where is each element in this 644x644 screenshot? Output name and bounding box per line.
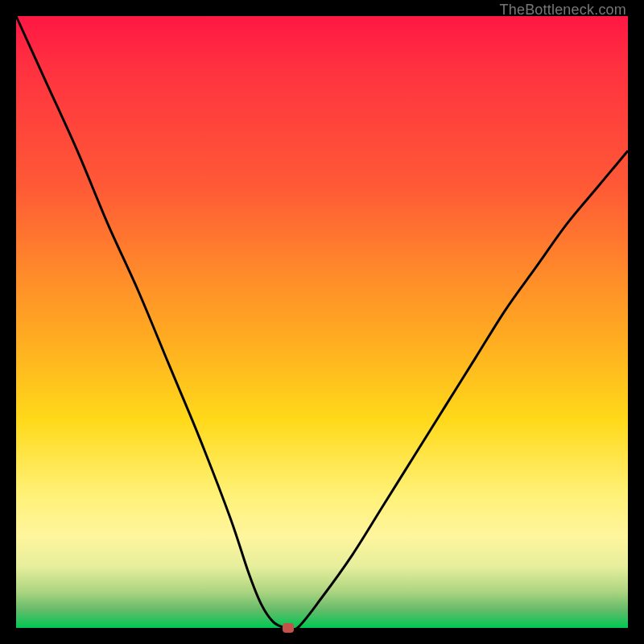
plot-area <box>16 16 628 628</box>
bottleneck-curve <box>16 16 628 628</box>
chart-frame: TheBottleneck.com <box>0 0 644 644</box>
optimum-marker <box>283 623 294 633</box>
